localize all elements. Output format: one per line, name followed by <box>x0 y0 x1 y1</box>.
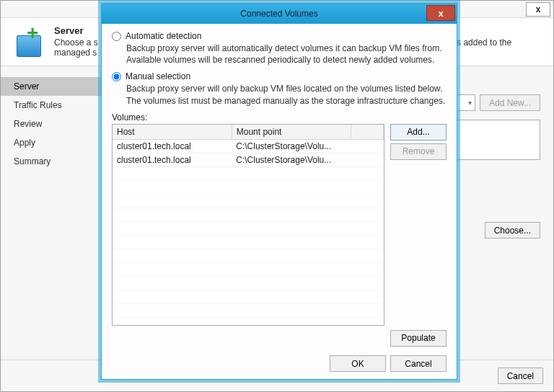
cell-mount: C:\ClusterStorage\Volu... <box>232 139 351 153</box>
table-header-row: Host Mount point <box>113 125 384 140</box>
nav-item-traffic-rules[interactable]: Traffic Rules <box>1 96 102 115</box>
volumes-table[interactable]: Host Mount point cluster01.tech.local C:… <box>112 124 384 326</box>
nav-item-server[interactable]: Server <box>1 77 102 96</box>
populate-button[interactable]: Populate <box>390 330 447 347</box>
dialog-titlebar: Connected Volumes x <box>102 4 457 24</box>
choose-button[interactable]: Choose... <box>485 222 540 239</box>
nav-item-summary[interactable]: Summary <box>1 152 102 171</box>
wizard-nav: Server Traffic Rules Review Apply Summar… <box>1 71 102 360</box>
server-add-icon: + <box>12 25 47 60</box>
parent-close-button[interactable]: x <box>526 2 550 17</box>
dialog-footer: OK Cancel <box>102 349 457 379</box>
ok-button[interactable]: OK <box>330 355 386 372</box>
col-spacer <box>351 125 383 140</box>
table-row[interactable]: cluster01.tech.local C:\ClusterStorage\V… <box>113 153 384 166</box>
radio-automatic-label[interactable]: Automatic detection <box>126 31 201 41</box>
option-automatic-detection: Automatic detection Backup proxy server … <box>112 31 447 66</box>
connected-volumes-dialog: Connected Volumes x Automatic detection … <box>101 3 457 380</box>
close-icon: x <box>438 8 443 19</box>
cell-host: cluster01.tech.local <box>113 153 232 166</box>
remove-volume-button[interactable]: Remove <box>390 143 447 160</box>
automatic-description: Backup proxy server will automatically d… <box>126 43 447 66</box>
radio-manual[interactable] <box>112 72 121 81</box>
table-row[interactable]: cluster01.tech.local C:\ClusterStorage\V… <box>113 139 384 153</box>
volumes-label: Volumes: <box>112 112 447 122</box>
radio-automatic[interactable] <box>112 32 121 41</box>
radio-manual-label[interactable]: Manual selection <box>126 71 190 81</box>
wizard-cancel-button[interactable]: Cancel <box>498 368 543 384</box>
manual-description: Backup proxy server will only backup VM … <box>126 83 447 106</box>
nav-item-review[interactable]: Review <box>1 115 102 133</box>
cancel-button[interactable]: Cancel <box>390 355 447 372</box>
dialog-title: Connected Volumes <box>240 9 317 19</box>
close-icon: x <box>536 4 541 14</box>
cell-mount: C:\ClusterStorage\Volu... <box>232 153 351 166</box>
cell-host: cluster01.tech.local <box>113 139 232 153</box>
dialog-close-button[interactable]: x <box>426 5 455 21</box>
add-new-button[interactable]: Add New... <box>480 94 540 111</box>
option-manual-selection: Manual selection Backup proxy server wil… <box>112 71 447 106</box>
col-host[interactable]: Host <box>113 125 232 140</box>
add-volume-button[interactable]: Add... <box>390 124 447 141</box>
nav-item-apply[interactable]: Apply <box>1 133 102 152</box>
volumes-button-column: Add... Remove <box>390 124 447 326</box>
col-mount[interactable]: Mount point <box>232 125 351 140</box>
chevron-down-icon: ▾ <box>468 99 472 107</box>
